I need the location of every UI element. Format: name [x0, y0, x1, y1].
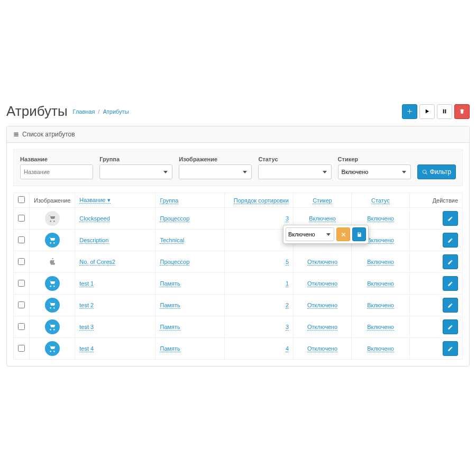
close-icon	[341, 232, 346, 237]
row-sort-link[interactable]: 3	[286, 324, 289, 331]
play-button[interactable]	[419, 104, 435, 119]
col-image: Изображение	[30, 193, 75, 208]
row-status-link[interactable]: Включено	[367, 302, 394, 309]
row-status-link[interactable]: Включено	[367, 237, 394, 244]
pencil-icon	[447, 259, 453, 265]
row-checkbox[interactable]	[18, 301, 25, 308]
row-name-link[interactable]: No. of Cores2	[79, 259, 115, 266]
table-row: test 4 Память 4 Отключено Включено	[14, 338, 463, 360]
row-group-link[interactable]: Память	[160, 345, 180, 352]
table-row: No. of Cores2 Процессор 5 Отключено Вклю…	[14, 251, 463, 273]
row-image	[30, 316, 75, 338]
row-group-link[interactable]: Память	[160, 280, 180, 287]
list-icon	[13, 132, 19, 138]
row-group-link[interactable]: Technical	[160, 237, 184, 244]
row-name-link[interactable]: test 3	[79, 324, 94, 331]
filter-group-label: Группа	[99, 156, 172, 162]
row-image	[30, 273, 75, 295]
breadcrumb-current[interactable]: Атрибуты	[103, 108, 129, 115]
filter-status-select[interactable]	[258, 164, 331, 179]
row-checkbox[interactable]	[18, 345, 25, 352]
row-name-link[interactable]: test 2	[79, 302, 94, 309]
delete-button[interactable]	[454, 104, 470, 119]
plus-icon	[407, 108, 413, 114]
edit-button[interactable]	[443, 233, 458, 248]
row-name-link[interactable]: Clockspeed	[79, 215, 109, 222]
row-checkbox[interactable]	[18, 236, 25, 243]
add-button[interactable]	[402, 104, 417, 119]
inline-save-button[interactable]	[352, 227, 366, 241]
inline-status-select[interactable]: Включено	[286, 227, 334, 241]
col-group[interactable]: Группа	[160, 197, 178, 204]
edit-button[interactable]	[443, 298, 458, 313]
col-action: Действие	[410, 193, 463, 208]
row-sticker-link[interactable]: Отключено	[307, 324, 337, 331]
select-all-checkbox[interactable]	[18, 196, 25, 203]
edit-button[interactable]	[443, 319, 458, 334]
row-status-link[interactable]: Включено	[367, 259, 394, 266]
pause-icon	[442, 108, 447, 114]
edit-button[interactable]	[443, 341, 458, 356]
inline-cancel-button[interactable]	[336, 227, 350, 241]
pause-button[interactable]	[437, 104, 452, 119]
filter-image-label: Изображение	[179, 156, 252, 162]
row-checkbox[interactable]	[18, 323, 25, 330]
row-checkbox[interactable]	[18, 258, 25, 265]
filter-image-select[interactable]	[179, 164, 252, 179]
chevron-down-icon: ▾	[107, 197, 111, 203]
row-sticker-link[interactable]: Отключено	[307, 302, 337, 309]
row-group-link[interactable]: Процессор	[160, 215, 189, 222]
filter-bar: Название Группа Изображение Статус Стике…	[13, 149, 463, 186]
row-name-link[interactable]: test 1	[79, 280, 94, 287]
edit-button[interactable]	[443, 254, 458, 269]
filter-status-label: Статус	[258, 156, 331, 162]
col-status[interactable]: Статус	[371, 197, 390, 204]
col-sticker[interactable]: Стикер	[313, 197, 332, 204]
row-image	[30, 208, 75, 230]
row-sticker-link[interactable]: Отключено	[307, 259, 337, 266]
row-image	[30, 230, 75, 251]
row-group-link[interactable]: Процессор	[160, 259, 189, 266]
inline-editor: Включено	[283, 225, 369, 244]
filter-name-input[interactable]	[20, 164, 93, 179]
search-icon	[422, 169, 428, 175]
row-name-link[interactable]: Description	[79, 237, 108, 244]
trash-icon	[459, 108, 465, 114]
row-sort-link[interactable]: 1	[286, 280, 289, 287]
pencil-icon	[447, 281, 453, 287]
row-sticker-link[interactable]: Отключено	[307, 345, 337, 352]
row-sort-link[interactable]: 3	[286, 215, 289, 222]
row-status-link[interactable]: Включено	[367, 324, 394, 331]
row-status-link[interactable]: Включено	[367, 345, 394, 352]
save-icon	[356, 232, 362, 237]
table-row: test 2 Память 2 Отключено Включено	[14, 295, 463, 316]
col-sort[interactable]: Порядок сортировки	[234, 197, 289, 204]
row-sort-link[interactable]: 4	[286, 345, 289, 352]
table-row: Description Technical Включено	[14, 230, 463, 251]
row-sort-link[interactable]: 2	[286, 302, 289, 309]
edit-button[interactable]	[443, 211, 458, 226]
col-name[interactable]: Название ▾	[79, 197, 110, 204]
pencil-icon	[447, 237, 453, 243]
attributes-table: Изображение Название ▾ Группа Порядок со…	[13, 193, 463, 360]
pencil-icon	[447, 216, 453, 222]
filter-button[interactable]: Фильтр	[417, 164, 456, 179]
row-sticker-link[interactable]: Включено	[309, 215, 336, 222]
row-sort-link[interactable]: 5	[286, 259, 289, 266]
row-checkbox[interactable]	[18, 215, 25, 222]
filter-sticker-label: Стикер	[338, 156, 411, 162]
row-name-link[interactable]: test 4	[79, 345, 94, 352]
row-checkbox[interactable]	[18, 280, 25, 287]
filter-name-label: Название	[20, 156, 93, 162]
row-status-link[interactable]: Включено	[367, 280, 394, 287]
filter-sticker-select[interactable]: Включено	[338, 164, 411, 179]
filter-group-select[interactable]	[99, 164, 172, 179]
row-group-link[interactable]: Память	[160, 324, 180, 331]
row-status-link[interactable]: Включено	[367, 215, 394, 222]
row-sticker-link[interactable]: Отключено	[307, 280, 337, 287]
breadcrumb-home[interactable]: Главная	[73, 108, 95, 115]
row-group-link[interactable]: Память	[160, 302, 180, 309]
table-row: Clockspeed Процессор 3 Включено Включено…	[14, 208, 463, 230]
edit-button[interactable]	[443, 276, 458, 291]
table-row: test 3 Память 3 Отключено Включено	[14, 316, 463, 338]
